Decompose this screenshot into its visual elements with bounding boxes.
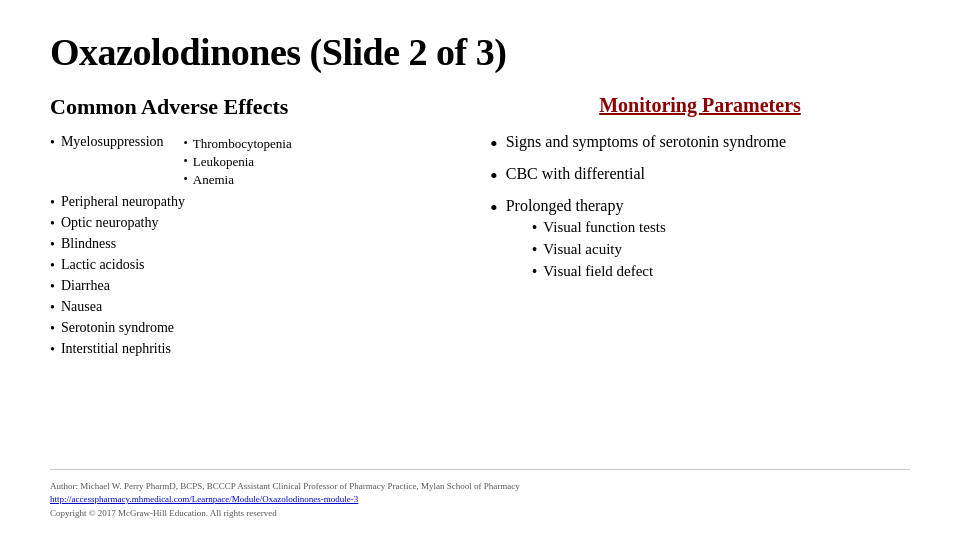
sub-list-item: Thrombocytopenia: [184, 136, 470, 152]
sub-list: Thrombocytopenia Leukopenia Anemia: [164, 136, 470, 190]
left-column: Common Adverse Effects Myelosuppression …: [50, 94, 470, 469]
list-item: Interstitial nephritis: [50, 341, 470, 358]
sub-list-item: Visual acuity: [532, 241, 666, 259]
footer: Author: Michael W. Perry PharmD, BCPS, B…: [50, 469, 910, 521]
list-item: Peripheral neuropathy: [50, 194, 470, 211]
list-item: Myelosuppression Thrombocytopenia Leukop…: [50, 134, 470, 190]
footer-url[interactable]: http://accesspharmacy.mhmedical.com/Lear…: [50, 494, 358, 504]
footer-copyright: Copyright © 2017 McGraw-Hill Education. …: [50, 507, 910, 521]
list-item: Nausea: [50, 299, 470, 316]
list-item: Lactic acidosis: [50, 257, 470, 274]
list-item: Signs and symptoms of serotonin syndrome: [490, 133, 910, 155]
list-item: CBC with differential: [490, 165, 910, 187]
list-item: Prolonged therapy Visual function tests …: [490, 197, 910, 285]
right-bullet-list: Signs and symptoms of serotonin syndrome…: [490, 133, 910, 295]
slide-title: Oxazolodinones (Slide 2 of 3): [50, 30, 910, 74]
sub-list-item: Visual field defect: [532, 263, 666, 281]
right-sub-list: Visual function tests Visual acuity Visu…: [506, 219, 666, 281]
left-bullet-list: Myelosuppression Thrombocytopenia Leukop…: [50, 134, 470, 362]
list-item: Diarrhea: [50, 278, 470, 295]
sub-list-item: Leukopenia: [184, 154, 470, 170]
list-item: Blindness: [50, 236, 470, 253]
list-item: Optic neuropathy: [50, 215, 470, 232]
right-section-heading: Monitoring Parameters: [490, 94, 910, 117]
slide: Oxazolodinones (Slide 2 of 3) Common Adv…: [0, 0, 960, 540]
sub-list-item: Visual function tests: [532, 219, 666, 237]
list-item: Serotonin syndrome: [50, 320, 470, 337]
sub-list-item: Anemia: [184, 172, 470, 188]
content-area: Common Adverse Effects Myelosuppression …: [50, 94, 910, 469]
right-column: Monitoring Parameters Signs and symptoms…: [490, 94, 910, 469]
left-section-heading: Common Adverse Effects: [50, 94, 470, 120]
footer-author: Author: Michael W. Perry PharmD, BCPS, B…: [50, 480, 910, 494]
item-label: Myelosuppression: [61, 134, 164, 150]
